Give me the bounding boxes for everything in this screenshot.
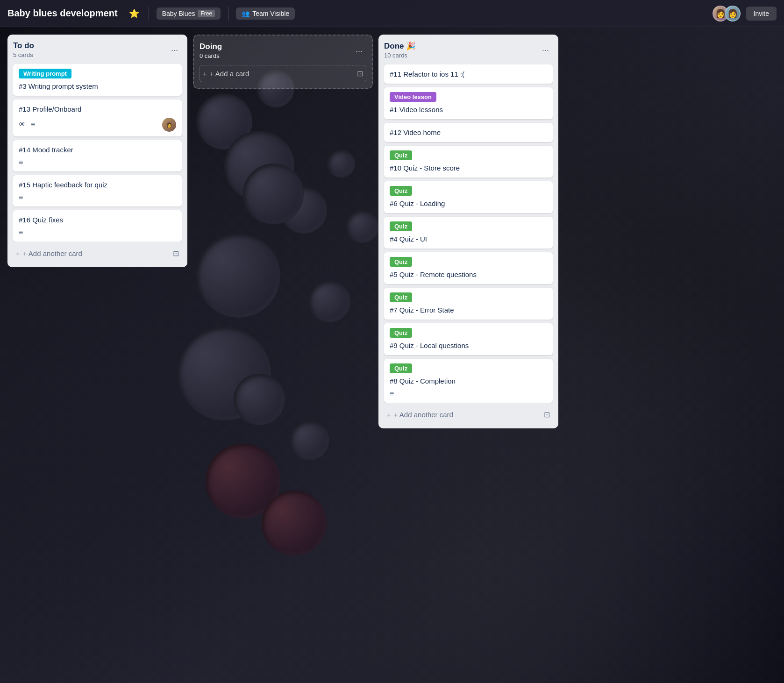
list-icon-completion: ≡ — [390, 390, 394, 398]
card-quiz-score-title: #10 Quiz - Store score — [390, 163, 547, 173]
card-refactor-title: #11 Refactor to ios 11 :( — [390, 69, 547, 79]
plus-icon-todo: + — [16, 249, 20, 257]
board: To do 5 cards ··· Writing prompt #3 Writ… — [0, 27, 784, 683]
card-profile-icons: 👁 ≡ 👩 — [19, 118, 176, 132]
board-badge-label: Baby Blues — [162, 10, 195, 17]
team-icon: 👥 — [242, 10, 249, 17]
card-profile-title: #13 Profile/Onboard — [19, 104, 176, 114]
quiz-label-ui: Quiz — [390, 221, 412, 231]
column-todo-title: To do — [13, 41, 34, 50]
todo-cards: Writing prompt #3 Writing prompt system … — [13, 64, 182, 242]
card-haptic-icons: ≡ — [19, 193, 176, 202]
card-quiz-local[interactable]: Quiz #9 Quiz - Local questions — [384, 323, 553, 355]
card-quiz-ui[interactable]: Quiz #4 Quiz - UI — [384, 217, 553, 249]
template-icon-doing: ⊡ — [357, 69, 363, 78]
list-icon: ≡ — [31, 121, 35, 129]
avatar-face-1: 👩 — [715, 8, 726, 19]
card-quiz-fixes-title: #16 Quiz fixes — [19, 215, 176, 225]
header-divider — [149, 7, 149, 21]
card-quiz-remote[interactable]: Quiz #5 Quiz - Remote questions — [384, 252, 553, 284]
done-add-card-button[interactable]: + + Add another card ⊡ — [384, 406, 553, 423]
column-doing-info: Doing 0 cards — [200, 42, 222, 59]
plus-icon-done: + — [387, 411, 391, 419]
card-mood-icons: ≡ — [19, 158, 176, 167]
avatar-2[interactable]: 👩 — [725, 6, 741, 21]
star-icon: ⭐ — [129, 9, 139, 18]
free-badge: Free — [198, 10, 215, 17]
star-button[interactable]: ⭐ — [127, 7, 141, 21]
writing-prompt-label: Writing prompt — [19, 69, 71, 78]
column-done-header: Done 🎉 10 cards ··· — [384, 40, 553, 61]
card-profile-avatar: 👩 — [162, 118, 176, 132]
card-quiz-remote-title: #5 Quiz - Remote questions — [390, 270, 547, 279]
invite-button[interactable]: Invite — [746, 7, 777, 21]
card-quiz-completion-title: #8 Quiz - Completion — [390, 376, 547, 386]
card-quiz-fixes-icons: ≡ — [19, 228, 176, 237]
template-icon-todo: ⊡ — [173, 249, 179, 258]
done-add-left: + + Add another card — [387, 411, 453, 419]
card-mood-title: #14 Mood tracker — [19, 145, 176, 155]
eye-icon: 👁 — [19, 121, 26, 129]
column-todo-info: To do 5 cards — [13, 41, 34, 58]
doing-add-label: + Add a card — [210, 70, 249, 78]
card-quiz-score[interactable]: Quiz #10 Quiz - Store score — [384, 146, 553, 178]
board-title: Baby blues development — [7, 8, 118, 19]
done-more-button[interactable]: ··· — [538, 44, 553, 56]
card-video-lessons[interactable]: Video lesson #1 Video lessons — [384, 87, 553, 119]
card-quiz-local-title: #9 Quiz - Local questions — [390, 341, 547, 350]
card-quiz-loading-title: #6 Quiz - Loading — [390, 199, 547, 208]
done-cards: #11 Refactor to ios 11 :( Video lesson #… — [384, 64, 553, 403]
header: Baby blues development ⭐ Baby Blues Free… — [0, 0, 784, 27]
quiz-label-score: Quiz — [390, 150, 412, 160]
column-doing-header: Doing 0 cards ··· — [200, 41, 366, 61]
doing-more-button[interactable]: ··· — [352, 45, 366, 57]
card-quiz-completion[interactable]: Quiz #8 Quiz - Completion ≡ — [384, 359, 553, 403]
card-quiz-fixes[interactable]: #16 Quiz fixes ≡ — [13, 210, 182, 242]
card-haptic-title: #15 Haptic feedback for quiz — [19, 180, 176, 190]
card-quiz-error-title: #7 Quiz - Error State — [390, 305, 547, 315]
card-writing-prompt-title: #3 Writing prompt system — [19, 81, 176, 91]
video-lesson-label: Video lesson — [390, 92, 436, 102]
team-visibility-badge[interactable]: 👥 Team Visible — [236, 7, 295, 20]
board-badge[interactable]: Baby Blues Free — [157, 7, 221, 20]
card-quiz-ui-title: #4 Quiz - UI — [390, 234, 547, 244]
todo-add-label: + Add another card — [23, 249, 82, 257]
column-done-title: Done 🎉 — [384, 41, 416, 51]
card-refactor[interactable]: #11 Refactor to ios 11 :( — [384, 64, 553, 84]
card-video-home-title: #12 Video home — [390, 128, 547, 137]
doing-add-card-button[interactable]: + + Add a card ⊡ — [200, 65, 366, 82]
done-add-label: + Add another card — [394, 411, 453, 419]
column-done: Done 🎉 10 cards ··· #11 Refactor to ios … — [378, 35, 558, 428]
quiz-label-error: Quiz — [390, 292, 412, 302]
team-label: Team Visible — [252, 10, 289, 17]
column-done-count: 10 cards — [384, 52, 416, 59]
card-completion-icons: ≡ — [390, 390, 547, 398]
quiz-label-local: Quiz — [390, 328, 412, 338]
card-mood-tracker[interactable]: #14 Mood tracker ≡ — [13, 140, 182, 171]
avatar-face-2: 👩 — [727, 8, 738, 19]
column-doing-count: 0 cards — [200, 52, 222, 59]
list-icon-3: ≡ — [19, 193, 23, 202]
card-quiz-loading[interactable]: Quiz #6 Quiz - Loading — [384, 181, 553, 213]
quiz-label-remote: Quiz — [390, 257, 412, 267]
avatar-face-card: 👩 — [162, 118, 176, 132]
card-video-home[interactable]: #12 Video home — [384, 123, 553, 142]
todo-add-left: + + Add another card — [16, 249, 82, 257]
header-divider-2 — [228, 7, 228, 21]
card-quiz-error[interactable]: Quiz #7 Quiz - Error State — [384, 288, 553, 320]
todo-add-card-button[interactable]: + + Add another card ⊡ — [13, 245, 182, 262]
template-icon-done: ⊡ — [544, 410, 550, 419]
card-profile-onboard[interactable]: #13 Profile/Onboard 👁 ≡ 👩 — [13, 100, 182, 136]
column-doing: Doing 0 cards ··· + + Add a card ⊡ — [193, 35, 373, 89]
column-todo: To do 5 cards ··· Writing prompt #3 Writ… — [7, 35, 187, 267]
avatar-group: 👩 👩 — [713, 6, 741, 21]
card-video-lessons-title: #1 Video lessons — [390, 105, 547, 114]
column-done-info: Done 🎉 10 cards — [384, 41, 416, 59]
quiz-label-completion: Quiz — [390, 363, 412, 373]
todo-more-button[interactable]: ··· — [167, 44, 182, 56]
card-writing-prompt[interactable]: Writing prompt #3 Writing prompt system — [13, 64, 182, 96]
quiz-label-loading: Quiz — [390, 186, 412, 196]
column-todo-count: 5 cards — [13, 51, 34, 58]
card-haptic[interactable]: #15 Haptic feedback for quiz ≡ — [13, 175, 182, 206]
column-doing-title: Doing — [200, 42, 222, 51]
